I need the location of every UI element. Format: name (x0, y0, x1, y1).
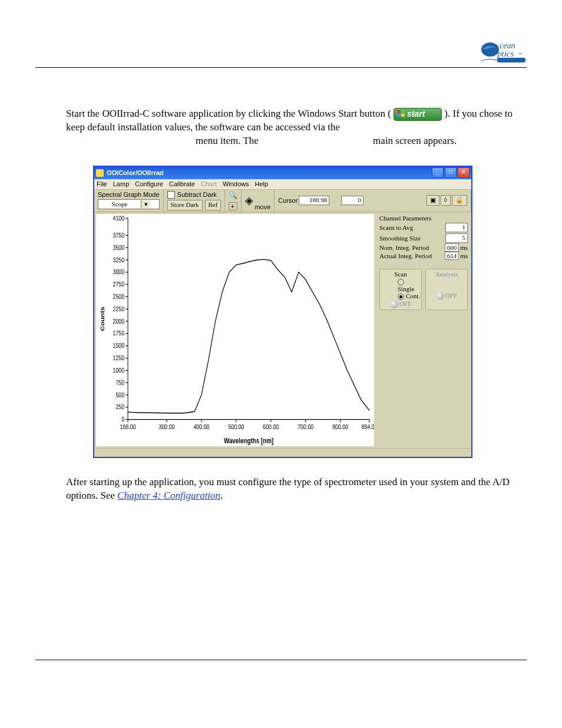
svg-rect-8 (401, 114, 405, 117)
chapter-4-link[interactable]: Chapter 4: Configuration (117, 490, 220, 501)
chevron-down-icon: ▾ (141, 200, 150, 208)
toolbar: Spectral Graph Mode Scope▾ Subtract Dark… (94, 190, 471, 212)
svg-text:2750: 2750 (113, 281, 125, 288)
menu-lamp[interactable]: Lamp (113, 180, 130, 187)
start-label: start (407, 109, 425, 118)
svg-text:0: 0 (121, 416, 124, 423)
svg-text:500: 500 (115, 391, 124, 398)
menu-windows[interactable]: Windows (223, 180, 249, 187)
scan-knob-icon[interactable] (390, 300, 398, 308)
scan-panel: Scan Single Cont. OFF (379, 269, 422, 310)
single-radio[interactable] (398, 279, 404, 285)
window-title: OOIColor/OOIIrrad (107, 169, 164, 176)
svg-text:3500: 3500 (113, 244, 125, 251)
subtract-dark-checkbox[interactable] (167, 191, 175, 199)
minimize-button[interactable]: _ (432, 167, 444, 178)
svg-text:800.00: 800.00 (332, 423, 349, 430)
menubar: File Lamp Configure Calibrate Chart Wind… (94, 179, 471, 190)
svg-text:Counts: Counts (99, 307, 105, 331)
svg-text:1000: 1000 (113, 367, 125, 374)
actual-integ-value: 614 (445, 252, 459, 260)
svg-text:2000: 2000 (113, 318, 125, 325)
menu-help[interactable]: Help (255, 180, 269, 187)
menu-configure[interactable]: Configure (135, 180, 163, 187)
svg-text:1250: 1250 (113, 354, 125, 361)
cont-radio[interactable] (398, 294, 404, 300)
svg-text:3750: 3750 (113, 232, 125, 239)
spectral-mode-dropdown[interactable]: Scope▾ (98, 199, 160, 209)
spectrum-plot: 0250500750100012501500175020002250250027… (96, 214, 374, 446)
move-diamond-icon[interactable]: ◈ (245, 194, 253, 207)
svg-text:3000: 3000 (113, 269, 125, 276)
app-window: OOIColor/OOIIrrad _ □ × File Lamp Config… (93, 166, 472, 458)
nom-integ-input[interactable]: 600 (445, 243, 459, 252)
menu-calibrate[interactable]: Calibrate (169, 180, 195, 187)
svg-text:2250: 2250 (113, 305, 125, 312)
plus-icon[interactable]: + (229, 202, 237, 210)
windows-start-button: start (394, 108, 442, 121)
toolbar-btn-2[interactable]: ◊ (441, 195, 451, 206)
svg-point-0 (481, 42, 499, 57)
footer-rule (35, 660, 527, 660)
svg-text:700.00: 700.00 (297, 423, 314, 430)
cursor-y-value[interactable]: 0 (341, 196, 363, 205)
svg-rect-5 (397, 110, 401, 113)
app-icon (96, 169, 104, 177)
svg-rect-7 (397, 114, 401, 117)
analysis-knob-icon[interactable] (436, 292, 444, 300)
svg-text:1500: 1500 (113, 342, 125, 349)
svg-rect-6 (401, 110, 405, 113)
titlebar[interactable]: OOIColor/OOIIrrad _ □ × (94, 167, 471, 179)
close-button[interactable]: × (458, 167, 470, 178)
svg-text:300.00: 300.00 (159, 423, 176, 430)
ref-button[interactable]: Ref (205, 200, 222, 210)
svg-text:3250: 3250 (113, 256, 125, 263)
spectral-mode-label: Spectral Graph Mode (98, 191, 160, 198)
side-panel: Channel Parameters Scans to Avg 1 Smooth… (376, 212, 471, 448)
svg-text:250: 250 (115, 404, 124, 411)
paragraph-2: After starting up the application, you m… (66, 476, 527, 503)
toolbar-btn-3[interactable]: 🔒 (452, 195, 467, 206)
menu-chart: Chart (201, 180, 217, 187)
maximize-button[interactable]: □ (445, 167, 457, 178)
svg-text:4100: 4100 (113, 215, 125, 222)
header-rule (35, 67, 527, 68)
svg-text:1750: 1750 (113, 330, 125, 337)
svg-text:600.00: 600.00 (263, 423, 279, 430)
svg-text:500.00: 500.00 (228, 423, 244, 430)
svg-text:Wavelengths [nm]: Wavelengths [nm] (224, 437, 274, 444)
analysis-panel: Analysis OFF (425, 269, 468, 310)
svg-text:400.00: 400.00 (193, 423, 210, 430)
ocean-optics-logo: cean ptics Inc. (480, 40, 527, 66)
scans-to-avg-input[interactable]: 1 (445, 223, 468, 232)
toolbar-btn-1[interactable]: ▣ (427, 195, 439, 206)
svg-text:2500: 2500 (113, 293, 125, 300)
svg-rect-4 (497, 58, 525, 62)
svg-text:Inc.: Inc. (518, 52, 523, 55)
svg-text:ptics: ptics (497, 49, 514, 58)
menu-file[interactable]: File (97, 180, 107, 187)
windows-flag-icon (396, 110, 406, 118)
svg-text:188.00: 188.00 (120, 423, 137, 430)
cursor-x-value[interactable]: 188.98 (299, 196, 329, 205)
channel-params-title: Channel Parameters (379, 215, 468, 222)
store-dark-button[interactable]: Store Dark (167, 200, 203, 210)
smoothing-size-input[interactable]: 5 (445, 233, 468, 243)
resize-grip-icon[interactable]: ⋰ (94, 448, 471, 457)
zoom-icon[interactable]: 🔍 (229, 191, 237, 199)
paragraph-1: Start the OOIIrrad-C software applicatio… (66, 107, 527, 148)
svg-text:750: 750 (115, 379, 124, 386)
svg-text:884.00: 884.00 (362, 423, 374, 430)
cursor-label: Cursor (278, 197, 297, 204)
